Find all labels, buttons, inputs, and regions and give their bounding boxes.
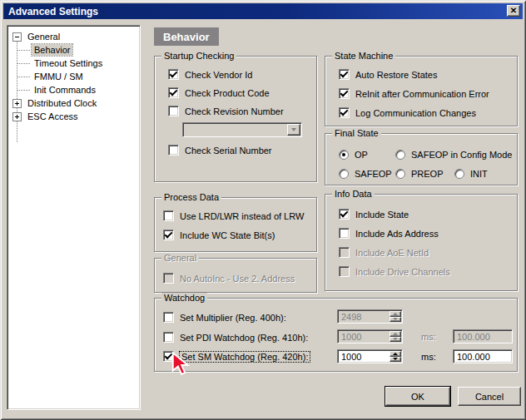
tree-item-distributed-clock[interactable]: Distributed Clock	[7, 96, 140, 110]
reinit-after-error-checkbox[interactable]	[339, 88, 350, 99]
radio-label: OP	[355, 150, 368, 160]
close-button[interactable]: ✕	[507, 5, 520, 17]
sm-ms-edit[interactable]	[453, 349, 513, 363]
radio-row-preop: PREOP	[395, 167, 444, 180]
tree-item-init-commands[interactable]: Init Commands	[17, 83, 140, 96]
radio-label: SAFEOP	[355, 169, 392, 179]
preop-radio[interactable]	[395, 169, 405, 179]
spinner-buttons[interactable]	[390, 351, 401, 362]
group-startup-checking: Startup Checking Check Vendor Id Check P…	[154, 56, 317, 182]
page-title: Behavior	[154, 27, 219, 46]
tree-item-fmmu-sm[interactable]: FMMU / SM	[17, 70, 140, 83]
group-state-machine: State Machine Auto Restore States ReInit…	[325, 56, 518, 126]
window-title: Advanced Settings	[8, 6, 98, 17]
radio-row-safeop: SAFEOP	[339, 167, 392, 180]
set-multiplier-checkbox[interactable]	[163, 312, 174, 323]
pdi-ms-edit	[453, 329, 513, 343]
tree-item-timeout-settings[interactable]: Timeout Settings	[17, 57, 140, 70]
tree-item-label[interactable]: Behavior	[32, 44, 72, 56]
checkbox-label: Set Multiplier (Reg. 400h):	[180, 313, 286, 323]
group-general: General No AutoInc - Use 2. Address	[154, 258, 317, 293]
sm-ms-label: ms:	[421, 350, 436, 363]
checkbox-row-check-vendor-id: Check Vendor Id	[168, 68, 252, 81]
spin-down-icon[interactable]	[390, 357, 401, 363]
checkbox-label: Set PDI Watchdog (Reg. 410h):	[180, 333, 308, 343]
radio-label: INIT	[470, 169, 488, 179]
tree-item-esc-access[interactable]: ESC Access	[7, 110, 140, 123]
spin-down-icon	[390, 317, 401, 323]
checkbox-label: Auto Restore States	[355, 70, 437, 80]
checkbox-label: Check Revision Number	[185, 106, 284, 116]
radio-row-init: INIT	[454, 167, 488, 180]
tree-item-label[interactable]: FMMU / SM	[32, 71, 86, 82]
collapse-icon[interactable]	[12, 32, 22, 42]
checkbox-row-include-wc: Include WC State Bit(s)	[163, 229, 275, 241]
checkbox-row-include-aoe: Include AoE NetId	[339, 246, 429, 259]
checkbox-label: Include Drive Channels	[355, 267, 450, 277]
init-radio[interactable]	[454, 169, 464, 179]
check-product-code-checkbox[interactable]	[168, 87, 179, 98]
checkbox-label: Log Communication Changes	[355, 108, 476, 118]
check-revision-number-checkbox[interactable]	[168, 106, 179, 116]
include-aoe-netid-checkbox	[339, 247, 350, 258]
use-lrd-lwr-checkbox[interactable]	[163, 210, 174, 221]
multiplier-value-input	[340, 311, 388, 322]
close-icon: ✕	[510, 6, 517, 15]
tree-item-label[interactable]: ESC Access	[25, 111, 81, 122]
checkbox-row-reinit: ReInit after Communication Error	[339, 87, 489, 100]
checkbox-label: Use LRD/LWR instead of LRW	[180, 211, 304, 221]
settings-tree: General Behavior Timeout Settings FMMU /…	[7, 25, 141, 410]
op-radio[interactable]	[339, 150, 349, 160]
group-title: Watchdog	[161, 293, 207, 304]
group-watchdog: Watchdog Set Multiplier (Reg. 400h): Set…	[154, 298, 518, 372]
sm-watchdog-spinedit[interactable]	[337, 349, 403, 363]
sm-watchdog-value-input[interactable]	[340, 351, 388, 362]
page-title-text: Behavior	[163, 31, 210, 43]
expand-icon[interactable]	[12, 99, 22, 108]
checkbox-label: Include AoE NetId	[355, 248, 429, 258]
safeop-radio[interactable]	[339, 169, 349, 179]
spinner-buttons	[390, 311, 401, 322]
tree-item-behavior[interactable]: Behavior	[17, 43, 140, 57]
tree-item-general[interactable]: General	[7, 30, 140, 43]
check-serial-number-checkbox[interactable]	[168, 145, 179, 156]
group-final-state: Final State OP SAFEOP in Config Mode SAF…	[325, 133, 518, 185]
combo-dropdown-button	[287, 124, 300, 136]
include-wc-state-bits-checkbox[interactable]	[163, 230, 174, 240]
ok-button[interactable]: OK	[385, 387, 450, 406]
safeop-config-mode-radio[interactable]	[395, 150, 405, 160]
checkbox-label: Include WC State Bit(s)	[180, 230, 275, 240]
tree-branch-icon	[17, 90, 30, 91]
group-title: State Machine	[332, 51, 395, 62]
pdi-watchdog-spinedit	[337, 329, 403, 343]
multiplier-spinedit	[337, 309, 403, 324]
pdi-ms-value-input	[455, 331, 510, 342]
cancel-button-label: Cancel	[475, 392, 504, 402]
checkbox-row-set-pdi-watchdog: Set PDI Watchdog (Reg. 410h):	[163, 331, 308, 343]
checkbox-label: ReInit after Communication Error	[355, 89, 489, 99]
include-ads-address-checkbox[interactable]	[339, 228, 350, 239]
tree-item-label[interactable]: Init Commands	[32, 84, 98, 96]
tree-item-label[interactable]: Distributed Clock	[25, 97, 99, 109]
no-autoinc-checkbox	[163, 273, 174, 284]
tree-item-label[interactable]: Timeout Settings	[32, 57, 105, 69]
advanced-settings-dialog: Advanced Settings ✕ General Behavior Tim…	[0, 0, 526, 420]
sm-ms-value-input[interactable]	[455, 351, 510, 362]
group-title: Startup Checking	[161, 51, 236, 62]
include-state-checkbox[interactable]	[339, 209, 350, 220]
expand-icon[interactable]	[12, 112, 22, 121]
log-communication-changes-checkbox[interactable]	[339, 107, 350, 118]
checkbox-row-include-drive: Include Drive Channels	[339, 265, 450, 278]
group-title: General	[161, 253, 199, 264]
radio-label: PREOP	[411, 169, 444, 179]
checkbox-row-include-ads: Include Ads Address	[339, 227, 439, 240]
tree-branch-icon	[17, 77, 30, 77]
cancel-button[interactable]: Cancel	[458, 387, 521, 406]
title-bar: Advanced Settings ✕	[3, 3, 523, 19]
set-pdi-watchdog-checkbox[interactable]	[163, 332, 174, 343]
checkbox-row-check-revision-number: Check Revision Number	[168, 105, 284, 117]
checkbox-row-include-state: Include State	[339, 208, 409, 220]
auto-restore-states-checkbox[interactable]	[339, 69, 350, 80]
check-vendor-id-checkbox[interactable]	[168, 69, 179, 80]
tree-item-label[interactable]: General	[25, 31, 62, 42]
